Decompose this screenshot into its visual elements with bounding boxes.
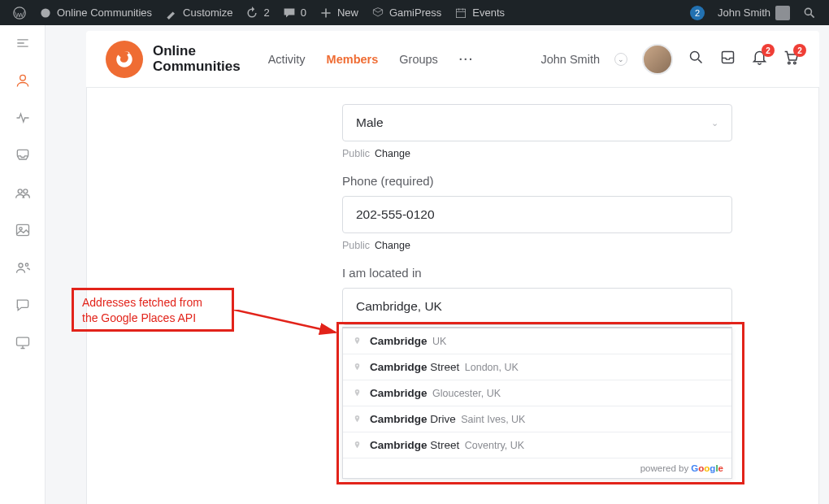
primary-nav: Activity Members Groups ···	[268, 53, 474, 66]
field-location: I am located in Cambridge UKCambridge St…	[342, 266, 732, 325]
svg-point-3	[805, 8, 811, 15]
wp-search[interactable]	[796, 0, 822, 25]
gender-select[interactable]: Male ⌄	[342, 104, 732, 141]
svg-point-10	[25, 263, 28, 266]
activity-pulse-icon[interactable]	[15, 110, 31, 126]
map-pin-icon	[353, 361, 362, 373]
field-phone: Phone (required) PublicChange	[342, 174, 732, 251]
svg-point-5	[18, 189, 22, 193]
autocomplete-item[interactable]: Cambridge Gloucester, UK	[343, 380, 731, 406]
wp-customize[interactable]: Customize	[158, 0, 239, 25]
header-bell-icon[interactable]: 2	[751, 49, 768, 69]
svg-point-15	[357, 339, 358, 341]
wp-notifications[interactable]: 2	[684, 0, 711, 25]
svg-rect-7	[16, 224, 28, 235]
svg-point-19	[357, 443, 358, 445]
wp-site-name[interactable]: Online Communities	[33, 0, 158, 25]
svg-point-4	[20, 75, 25, 80]
chevron-down-icon: ⌄	[711, 118, 718, 128]
wp-events[interactable]: Events	[448, 0, 511, 25]
bell-badge: 2	[762, 44, 775, 57]
nav-members[interactable]: Members	[327, 53, 379, 66]
wp-admin-bar: Online Communities Customize 2 0 New Gam…	[0, 0, 829, 25]
svg-point-17	[357, 391, 358, 393]
site-header: OnlineCommunities Activity Members Group…	[86, 31, 819, 88]
svg-rect-2	[457, 9, 466, 17]
svg-point-6	[23, 189, 27, 193]
gender-visibility: Public	[342, 148, 370, 159]
inbox-icon[interactable]	[15, 147, 31, 163]
map-pin-icon	[353, 387, 362, 399]
profile-icon[interactable]	[15, 72, 31, 89]
map-pin-icon	[353, 439, 362, 451]
gender-value: Male	[356, 115, 384, 130]
logo-text: OnlineCommunities	[153, 44, 241, 74]
phone-visibility: Public	[342, 240, 370, 251]
user-menu-chevron[interactable]: ⌄	[614, 53, 627, 66]
svg-point-1	[41, 8, 50, 17]
wp-comments[interactable]: 0	[276, 0, 313, 25]
groups-icon[interactable]	[15, 185, 31, 201]
svg-point-13	[788, 62, 791, 64]
site-logo[interactable]: OnlineCommunities	[106, 41, 241, 78]
header-username[interactable]: John Smith	[540, 53, 600, 66]
wp-updates[interactable]: 2	[239, 0, 276, 25]
location-autocomplete-dropdown: Cambridge UKCambridge Street London, UKC…	[342, 327, 732, 479]
location-input[interactable]	[342, 288, 732, 325]
svg-point-9	[19, 263, 23, 267]
powered-by-google: powered by Google	[343, 458, 731, 478]
header-cart-icon[interactable]: 2	[783, 49, 800, 69]
autocomplete-item[interactable]: Cambridge Street Coventry, UK	[343, 432, 731, 458]
header-inbox-icon[interactable]	[719, 49, 736, 69]
map-pin-icon	[353, 335, 362, 347]
media-icon[interactable]	[15, 222, 31, 238]
header-avatar[interactable]	[642, 44, 673, 75]
nav-more[interactable]: ···	[459, 53, 474, 66]
gender-change-link[interactable]: Change	[375, 148, 410, 159]
phone-label: Phone (required)	[342, 174, 732, 188]
cart-badge: 2	[793, 44, 806, 57]
autocomplete-item[interactable]: Cambridge Drive Saint Ives, UK	[343, 406, 731, 432]
svg-point-8	[19, 228, 21, 230]
location-label: I am located in	[342, 266, 732, 280]
svg-rect-11	[16, 337, 28, 345]
phone-change-link[interactable]: Change	[375, 240, 410, 251]
friends-icon[interactable]	[15, 259, 31, 276]
svg-point-18	[357, 417, 358, 419]
autocomplete-item[interactable]: Cambridge Street London, UK	[343, 354, 731, 380]
nav-activity[interactable]: Activity	[268, 53, 306, 66]
wp-gamipress[interactable]: GamiPress	[365, 0, 448, 25]
svg-point-14	[794, 62, 796, 64]
menu-toggle-icon[interactable]	[15, 35, 31, 51]
header-search-icon[interactable]	[688, 49, 705, 69]
logo-mark	[106, 41, 143, 78]
wp-avatar	[775, 6, 790, 20]
autocomplete-item[interactable]: Cambridge UK	[343, 328, 731, 354]
display-icon[interactable]	[15, 334, 31, 350]
nav-groups[interactable]: Groups	[399, 53, 438, 66]
wp-new[interactable]: New	[313, 0, 365, 25]
map-pin-icon	[353, 413, 362, 425]
profile-edit-panel: Male ⌄ PublicChange Phone (required) Pub…	[86, 88, 819, 504]
wp-logo[interactable]	[7, 0, 33, 25]
phone-input[interactable]	[342, 196, 732, 233]
svg-point-16	[357, 365, 358, 367]
wp-user-menu[interactable]: John Smith	[711, 0, 796, 25]
svg-point-12	[691, 52, 700, 61]
chat-icon[interactable]	[15, 297, 31, 313]
left-rail	[0, 25, 46, 504]
field-gender: Male ⌄ PublicChange	[342, 104, 732, 159]
